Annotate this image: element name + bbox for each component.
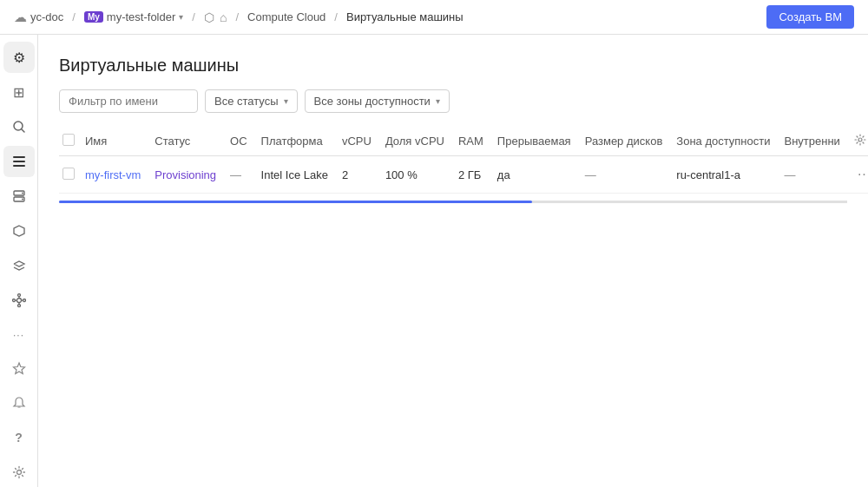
- search-icon: [12, 120, 26, 134]
- cell-name: my-first-vm: [78, 156, 148, 194]
- topology-icon: ⬡: [204, 10, 214, 24]
- cell-vcpu: 2: [335, 156, 378, 194]
- disk-value: —: [585, 168, 596, 181]
- sidebar: ⚙ ⊞: [0, 35, 38, 487]
- sidebar-item-storage[interactable]: [3, 181, 35, 212]
- current-page-label: Виртуальные машины: [346, 10, 464, 23]
- sidebar-item-settings[interactable]: [3, 457, 35, 487]
- col-header-os: ОС: [223, 127, 254, 156]
- filters-row: Все статусы ▾ Все зоны доступности ▾: [59, 89, 847, 113]
- sidebar-item-list[interactable]: [3, 146, 35, 177]
- col-header-ram: RAM: [451, 127, 490, 156]
- layers-icon: [12, 259, 26, 273]
- loading-bar-wrap: [59, 201, 847, 203]
- cell-zone: ru-central1-a: [669, 156, 777, 194]
- col-header-settings[interactable]: [847, 127, 868, 156]
- cell-disk-size: —: [578, 156, 670, 194]
- col-header-name: Имя: [78, 127, 148, 156]
- status-badge: Provisioning: [155, 168, 216, 181]
- svg-rect-4: [13, 165, 25, 167]
- sep1: /: [72, 10, 76, 23]
- column-settings-icon: [854, 134, 866, 146]
- svg-point-13: [12, 299, 15, 302]
- svg-line-1: [22, 129, 24, 132]
- svg-point-21: [16, 471, 21, 475]
- folder-badge: My: [84, 11, 103, 23]
- cell-ram: 2 ГБ: [451, 156, 490, 194]
- svg-point-7: [22, 193, 23, 194]
- current-page-item: Виртуальные машины: [346, 10, 464, 23]
- sidebar-item-search[interactable]: [3, 111, 35, 142]
- sep2: /: [192, 10, 195, 23]
- cloud-icon: ☁: [14, 10, 27, 25]
- bell-icon: [12, 396, 26, 410]
- sidebar-item-more[interactable]: ···: [3, 319, 35, 351]
- sidebar-item-favorites[interactable]: [3, 352, 35, 384]
- internal-value: —: [784, 168, 795, 181]
- sidebar-item-layers[interactable]: [3, 250, 35, 281]
- storage-icon: [12, 189, 26, 203]
- cell-os: —: [223, 156, 254, 194]
- vm-table-wrap: Имя Статус ОС Платформа vCPU Доля vCPU R…: [59, 127, 847, 473]
- svg-point-11: [17, 294, 20, 297]
- breadcrumb: ☁ yc-doc / My my-test-folder ▾ / ⬡ ⌂ / C…: [14, 10, 760, 25]
- sidebar-item-notifications[interactable]: [3, 387, 35, 418]
- chevron-down-icon: ▾: [179, 12, 183, 22]
- cloud-item[interactable]: ☁ yc-doc: [14, 10, 63, 25]
- table-row: my-first-vm Provisioning — Intel Ice Lak…: [59, 156, 868, 194]
- create-vm-button[interactable]: Создать ВМ: [766, 5, 854, 29]
- sep3: /: [235, 10, 239, 23]
- select-all-checkbox[interactable]: [62, 134, 75, 146]
- folder-name: my-test-folder: [107, 10, 175, 23]
- home-icon: ⌂: [220, 10, 227, 24]
- sep4: /: [334, 10, 338, 23]
- status-filter-dropdown[interactable]: Все статусы ▾: [205, 89, 298, 113]
- loading-bar: [59, 201, 532, 203]
- gear-icon: [12, 465, 26, 479]
- col-header-internal: Внутренни: [777, 127, 846, 156]
- sidebar-item-network[interactable]: [3, 215, 35, 247]
- service-item[interactable]: Compute Cloud: [247, 10, 326, 23]
- sidebar-item-cluster[interactable]: [3, 285, 35, 316]
- svg-rect-3: [13, 161, 25, 162]
- name-filter-input[interactable]: [59, 89, 198, 113]
- col-header-vcpu-share: Доля vCPU: [378, 127, 451, 156]
- status-chevron-icon: ▾: [284, 96, 288, 106]
- vm-name-link[interactable]: my-first-vm: [85, 168, 141, 181]
- sidebar-item-gear[interactable]: ⚙: [3, 42, 35, 73]
- row-checkbox[interactable]: [62, 168, 75, 180]
- row-actions-button[interactable]: ···: [854, 165, 868, 184]
- home-icon-wrap[interactable]: ⌂: [220, 10, 227, 24]
- sidebar-bottom: ? ▶: [3, 352, 35, 487]
- cloud-label: yc-doc: [30, 10, 63, 23]
- zone-filter-label: Все зоны доступности: [314, 95, 431, 108]
- svg-point-10: [16, 299, 21, 303]
- cell-vcpu-share: 100 %: [378, 156, 451, 194]
- svg-rect-2: [13, 156, 25, 158]
- cell-platform: Intel Ice Lake: [254, 156, 335, 194]
- folder-item[interactable]: My my-test-folder ▾: [84, 10, 183, 23]
- svg-marker-9: [14, 226, 24, 236]
- col-header-vcpu: vCPU: [335, 127, 378, 156]
- col-header-disk-size: Размер дисков: [578, 127, 670, 156]
- svg-marker-19: [13, 363, 24, 374]
- sidebar-top: ⚙ ⊞: [3, 42, 35, 352]
- main-layout: ⚙ ⊞: [0, 35, 868, 487]
- zone-filter-dropdown[interactable]: Все зоны доступности ▾: [305, 89, 450, 113]
- vm-table: Имя Статус ОС Платформа vCPU Доля vCPU R…: [59, 127, 868, 194]
- topology-icon-wrap: ⬡: [204, 10, 214, 24]
- star-icon: [12, 361, 26, 375]
- sidebar-item-help[interactable]: ?: [3, 422, 35, 453]
- service-label: Compute Cloud: [247, 10, 326, 23]
- status-filter-label: Все статусы: [214, 95, 279, 108]
- cluster-icon: [12, 293, 26, 307]
- content-area: Виртуальные машины Все статусы ▾ Все зон…: [38, 35, 868, 487]
- sidebar-item-apps[interactable]: ⊞: [3, 76, 35, 108]
- svg-point-22: [858, 138, 862, 141]
- header-checkbox-col: [59, 127, 78, 156]
- list-icon: [11, 155, 27, 168]
- cell-actions: ···: [847, 156, 868, 194]
- topbar: ☁ yc-doc / My my-test-folder ▾ / ⬡ ⌂ / C…: [0, 0, 868, 35]
- network-icon: [12, 224, 26, 238]
- svg-point-8: [22, 199, 23, 201]
